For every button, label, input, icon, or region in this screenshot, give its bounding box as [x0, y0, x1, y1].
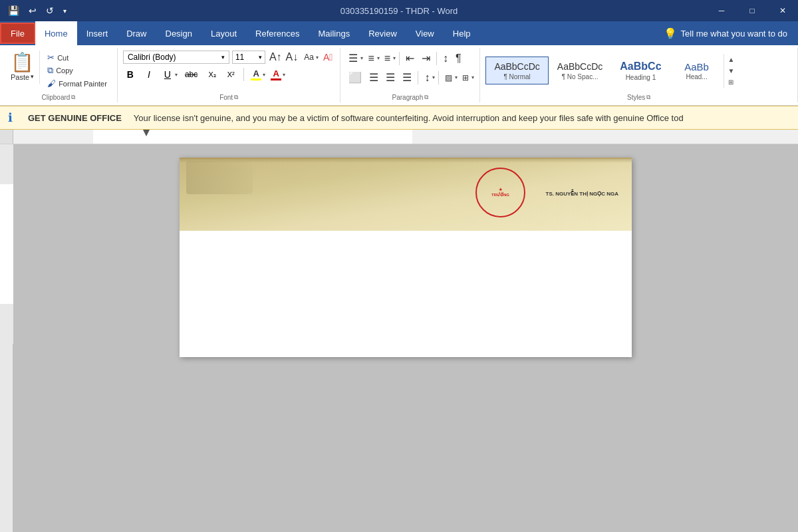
notification-bar: ℹ GET GENUINE OFFICE Your license isn't …	[0, 106, 798, 130]
clipboard-expand-icon[interactable]: ⧉	[71, 94, 75, 101]
show-formatting-button[interactable]: ¶	[453, 51, 464, 66]
change-case-button[interactable]: Aa	[302, 52, 316, 63]
borders-button[interactable]: ⊞	[460, 72, 471, 84]
fontcolor-dropdown-icon[interactable]: ▾	[283, 72, 285, 78]
numbering-dropdown-icon[interactable]: ▾	[377, 55, 380, 61]
style-no-spacing[interactable]: AaBbCcDc ¶ No Spac...	[549, 57, 611, 84]
style-heading1[interactable]: AaBbCc Heading 1	[611, 57, 670, 84]
decrease-font-button[interactable]: A↓	[285, 51, 300, 63]
strikethrough-button[interactable]: abc	[182, 68, 201, 80]
sort-button[interactable]: ↕	[440, 51, 451, 66]
tab-home[interactable]: Home	[35, 21, 77, 45]
shading-button[interactable]: ▨	[442, 72, 455, 84]
bullets-group: ☰ ▾	[346, 51, 363, 66]
align-center-button[interactable]: ☰	[366, 70, 381, 85]
paragraph-bottom-row: ⬜ ☰ ☰ ☰ ↕ ▾ ▨ ▾ ⊞ ▾	[346, 70, 474, 85]
tab-insert[interactable]: Insert	[77, 21, 118, 45]
tell-me-area[interactable]: 💡 Tell me what you want to do	[664, 21, 798, 45]
font-size-buttons: A↑ A↓	[268, 51, 299, 63]
save-button[interactable]: 💾	[5, 4, 22, 17]
superscript-button[interactable]: X²	[223, 69, 238, 80]
tab-design[interactable]: Design	[156, 21, 201, 45]
styles-scroll-up-button[interactable]: ▲	[726, 54, 737, 65]
justify-button[interactable]: ☰	[400, 70, 414, 85]
bullets-dropdown-icon[interactable]: ▾	[360, 55, 363, 61]
vertical-ruler	[0, 144, 13, 532]
lightbulb-icon: 💡	[664, 27, 677, 40]
multilevel-button[interactable]: ≡	[382, 51, 393, 66]
close-button[interactable]: ✕	[767, 0, 798, 21]
subscript-button[interactable]: X₂	[205, 69, 219, 80]
maximize-button[interactable]: □	[737, 0, 767, 21]
multilevel-dropdown-icon[interactable]: ▾	[393, 55, 396, 61]
style-normal-label: ¶ Normal	[503, 73, 530, 80]
tell-me-text[interactable]: Tell me what you want to do	[681, 29, 787, 39]
paste-button[interactable]: 📋 Paste ▾	[5, 51, 40, 84]
qat-more-button[interactable]: ▾	[61, 6, 69, 16]
font-color-button[interactable]: A	[269, 69, 283, 80]
font-bottom-row: B I U ▾ abc X₂ X² A ▾	[123, 68, 334, 81]
tab-draw[interactable]: Draw	[117, 21, 156, 45]
minimize-button[interactable]: ─	[706, 0, 737, 21]
styles-gallery: AaBbCcDc ¶ Normal AaBbCcDc ¶ No Spac... …	[485, 57, 723, 84]
tab-file[interactable]: File	[0, 23, 35, 44]
clipboard-label: Clipboard ⧉	[0, 94, 117, 101]
text-highlight-button[interactable]: A	[249, 69, 263, 80]
font-top-row: Calibri (Body) ▾ 11 ▾ A↑ A↓ Aa ▾	[123, 51, 334, 64]
style-h1-preview: AaBbCc	[620, 60, 661, 74]
highlight-dropdown-icon[interactable]: ▾	[263, 72, 265, 78]
document-content: ★TRƯỜNG TS. NGUYỄN THỊ NGỌC NGA	[13, 144, 798, 532]
tab-references[interactable]: References	[246, 21, 309, 45]
style-normal-preview: AaBbCcDc	[494, 61, 539, 72]
style-normal[interactable]: AaBbCcDc ¶ Normal	[485, 57, 548, 84]
font-size-selector[interactable]: 11 ▾	[232, 51, 265, 64]
font-family-selector[interactable]: Calibri (Body) ▾	[123, 51, 229, 64]
para-sep2	[436, 52, 437, 65]
copy-button[interactable]: ⧉ Copy	[45, 65, 109, 76]
font-expand-icon[interactable]: ⧉	[234, 94, 238, 101]
cut-button[interactable]: ✂ Cut	[45, 52, 109, 63]
undo-button[interactable]: ↩	[26, 4, 39, 17]
tab-view[interactable]: View	[406, 21, 444, 45]
italic-button[interactable]: I	[142, 68, 156, 81]
tab-help[interactable]: Help	[444, 21, 480, 45]
underline-button[interactable]: U	[160, 68, 175, 81]
bold-button[interactable]: B	[123, 68, 138, 81]
window-controls[interactable]: ─ □ ✕	[706, 0, 798, 21]
document-stamp-text: TS. NGUYỄN THỊ NGỌC NGA	[546, 191, 618, 197]
tab-layout[interactable]: Layout	[201, 21, 246, 45]
font-family-dropdown-icon: ▾	[221, 54, 225, 61]
tab-review[interactable]: Review	[359, 21, 406, 45]
styles-scroll-down-button[interactable]: ▼	[726, 65, 737, 76]
style-heading2[interactable]: AaBb Head...	[670, 57, 724, 84]
borders-dropdown-icon[interactable]: ▾	[471, 74, 474, 80]
highlight-color-bar	[251, 78, 261, 80]
paragraph-expand-icon[interactable]: ⧉	[424, 94, 428, 101]
ribbon-tabs: File Home Insert Draw Design Layout Refe…	[0, 21, 798, 45]
clipboard-group: 📋 Paste ▾ ✂ Cut ⧉ Copy	[0, 48, 118, 102]
styles-expand-icon[interactable]: ⧉	[646, 94, 650, 101]
line-spacing-button[interactable]: ↕	[422, 70, 432, 85]
numbering-button[interactable]: ≡	[365, 51, 376, 66]
notification-label: GET GENUINE OFFICE	[28, 113, 122, 123]
font-label: Font ⧉	[118, 94, 340, 101]
styles-more-button[interactable]: ⊞	[726, 76, 737, 88]
style-nospace-label: ¶ No Spac...	[562, 73, 598, 80]
clear-formatting-button[interactable]: A⃝	[321, 51, 334, 63]
format-painter-button[interactable]: 🖌 Format Painter	[45, 78, 109, 89]
quick-access-toolbar[interactable]: 💾 ↩ ↺ ▾	[5, 0, 69, 21]
increase-indent-button[interactable]: ⇥	[419, 51, 433, 66]
align-right-button[interactable]: ☰	[383, 70, 398, 85]
increase-font-button[interactable]: A↑	[268, 51, 283, 63]
align-left-button[interactable]: ⬜	[346, 70, 364, 85]
redo-button[interactable]: ↺	[43, 4, 57, 17]
paste-arrow-icon[interactable]: ▾	[31, 73, 34, 80]
case-dropdown-icon[interactable]: ▾	[316, 55, 319, 61]
shading-dropdown-icon[interactable]: ▾	[455, 74, 458, 80]
bullets-button[interactable]: ☰	[346, 51, 360, 66]
line-spacing-dropdown-icon[interactable]: ▾	[432, 74, 435, 80]
decrease-indent-button[interactable]: ⇤	[403, 51, 417, 66]
underline-dropdown-icon[interactable]: ▾	[175, 72, 178, 78]
tab-mailings[interactable]: Mailings	[309, 21, 360, 45]
svg-rect-1	[93, 130, 412, 144]
